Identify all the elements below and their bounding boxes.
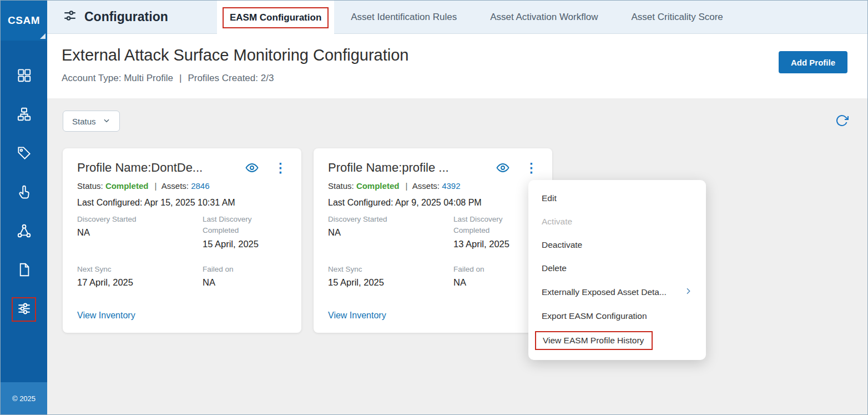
- module-expand-corner-icon: [40, 33, 46, 39]
- network-icon: [17, 223, 32, 241]
- assets-count: 4392: [442, 181, 460, 191]
- page-header-text: External Attack Surface Monitoring Confi…: [62, 46, 408, 84]
- document-icon: [17, 262, 32, 279]
- view-inventory-link[interactable]: View Inventory: [77, 311, 135, 321]
- tab-asset-identification-rules[interactable]: Asset Identification Rules: [334, 1, 473, 33]
- menu-item-export-easm-configuration[interactable]: Export EASM Configuration: [528, 304, 706, 328]
- main-area: Configuration EASM Configuration Asset I…: [47, 1, 867, 414]
- sidebar-item-dashboard[interactable]: [12, 64, 36, 88]
- configuration-header-icon: [63, 8, 77, 26]
- menu-item-delete[interactable]: Delete: [528, 257, 706, 280]
- card-kebab-menu-button[interactable]: ⋮: [274, 162, 287, 174]
- touch-hand-icon: [17, 184, 32, 202]
- status-value: Completed: [356, 181, 400, 191]
- card-actions: ⋮: [491, 161, 538, 174]
- field-next-sync: Next Sync 17 April, 2025: [77, 264, 198, 288]
- csam-app-window: CSAM: [0, 0, 868, 415]
- tab-asset-criticality-score[interactable]: Asset Criticality Score: [614, 1, 739, 33]
- sidebar-nav: [1, 41, 47, 382]
- view-inventory-link[interactable]: View Inventory: [328, 311, 386, 321]
- assets-count: 2846: [191, 181, 209, 191]
- view-profile-button[interactable]: [496, 161, 509, 174]
- content-area: Status: [47, 98, 867, 414]
- header-title-text: Configuration: [84, 9, 168, 24]
- card-field-grid: Discovery Started NA Last Discovery Comp…: [77, 214, 287, 288]
- menu-item-view-easm-profile-history[interactable]: View EASM Profile History: [528, 328, 706, 353]
- kebab-icon: ⋮: [274, 161, 287, 175]
- card-actions: ⋮: [240, 161, 287, 174]
- csam-logo-text: CSAM: [8, 14, 40, 27]
- eye-icon: [496, 168, 509, 176]
- sidebar-item-response-actions[interactable]: [12, 181, 36, 205]
- menu-item-activate: Activate: [528, 210, 706, 233]
- field-failed-on: Failed on NA: [203, 264, 287, 288]
- card-header: Profile Name:profile ... ⋮: [328, 161, 538, 175]
- tab-easm-configuration[interactable]: EASM Configuration: [217, 1, 334, 34]
- status-label: Status:: [328, 181, 354, 191]
- chevron-right-icon: [684, 287, 693, 298]
- page-header: External Attack Surface Monitoring Confi…: [47, 34, 867, 98]
- last-configured: Last Configured: Apr 9, 2025 04:08 PM: [328, 198, 538, 208]
- profile-card: Profile Name:profile ... ⋮: [314, 148, 552, 333]
- top-header: Configuration EASM Configuration Asset I…: [47, 1, 867, 34]
- status-line: Status: Completed | Assets: 2846: [77, 181, 287, 191]
- profile-card: Profile Name:DontDe... ⋮: [63, 148, 301, 333]
- card-field-grid: Discovery Started NA Last Discovery Comp…: [328, 214, 538, 288]
- sidebar-copyright: © 2025: [1, 382, 47, 414]
- page-title: External Attack Surface Monitoring Confi…: [62, 46, 408, 64]
- menu-item-externally-exposed-asset-details[interactable]: Externally Exposed Asset Deta...: [528, 280, 706, 304]
- assets-label: Assets:: [412, 181, 440, 191]
- field-last-discovery-completed: Last Discovery Completed 15 April, 2025: [203, 214, 287, 249]
- sidebar-item-network[interactable]: [12, 219, 36, 244]
- last-configured: Last Configured: Apr 15, 2025 10:31 AM: [77, 198, 287, 208]
- meta-separator: |: [179, 73, 181, 84]
- page-module-title: Configuration: [47, 1, 217, 33]
- refresh-button[interactable]: [835, 114, 849, 129]
- eye-icon: [245, 168, 259, 176]
- sidebar-item-organization[interactable]: [12, 103, 36, 127]
- menu-item-deactivate[interactable]: Deactivate: [528, 233, 706, 257]
- dashboard-grid-icon: [17, 68, 32, 85]
- sidebar-item-reports[interactable]: [12, 258, 36, 283]
- profiles-created-label: Profiles Created: 2/3: [188, 73, 274, 84]
- menu-item-edit[interactable]: Edit: [528, 187, 706, 210]
- profile-cards: Profile Name:DontDe... ⋮: [63, 148, 852, 333]
- tab-asset-activation-workflow[interactable]: Asset Activation Workflow: [473, 1, 614, 33]
- status-separator: |: [155, 181, 157, 191]
- card-context-menu: Edit Activate Deactivate Delete External…: [528, 180, 706, 360]
- field-discovery-started: Discovery Started NA: [328, 214, 449, 249]
- refresh-icon: [835, 121, 849, 129]
- add-profile-button[interactable]: Add Profile: [779, 51, 847, 73]
- kebab-icon: ⋮: [525, 161, 538, 175]
- filter-toolbar: Status: [63, 111, 852, 132]
- field-discovery-started: Discovery Started NA: [77, 214, 198, 249]
- account-type-label: Account Type: Multi Profile: [62, 73, 173, 84]
- sidebar-item-configuration[interactable]: [12, 297, 36, 322]
- status-filter-label: Status: [72, 117, 96, 126]
- card-header: Profile Name:DontDe... ⋮: [77, 161, 287, 175]
- profile-name: Profile Name:DontDe...: [77, 161, 240, 175]
- tab-bar: EASM Configuration Asset Identification …: [217, 1, 740, 33]
- profile-name: Profile Name:profile ...: [328, 161, 491, 175]
- card-kebab-menu-button[interactable]: ⋮: [525, 162, 538, 174]
- view-profile-button[interactable]: [245, 161, 259, 174]
- field-failed-on: Failed on NA: [453, 264, 538, 288]
- assets-label: Assets:: [162, 181, 189, 191]
- sidebar: CSAM: [1, 1, 47, 414]
- account-meta: Account Type: Multi Profile | Profiles C…: [62, 73, 408, 84]
- chevron-down-icon: [103, 117, 110, 126]
- status-value: Completed: [105, 181, 149, 191]
- status-filter-dropdown[interactable]: Status: [63, 111, 120, 132]
- sidebar-item-tags[interactable]: [12, 142, 36, 166]
- field-last-discovery-completed: Last Discovery Completed 13 April, 2025: [453, 214, 538, 249]
- tag-icon: [17, 146, 32, 163]
- csam-module-switcher[interactable]: CSAM: [1, 1, 47, 41]
- status-separator: |: [406, 181, 408, 191]
- org-hierarchy-icon: [17, 107, 32, 124]
- status-line: Status: Completed | Assets: 4392: [328, 181, 538, 191]
- field-next-sync: Next Sync 15 April, 2025: [328, 264, 449, 288]
- status-label: Status:: [77, 181, 103, 191]
- configuration-sliders-icon: [17, 301, 32, 318]
